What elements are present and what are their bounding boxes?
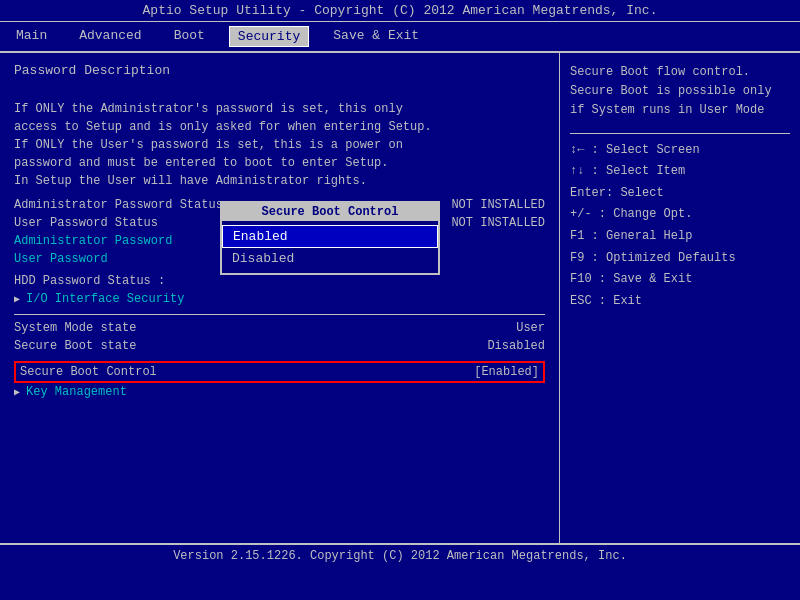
key-esc: ESC : Exit	[570, 291, 790, 313]
menu-item-main[interactable]: Main	[8, 26, 55, 47]
desc-line-4: password and must be entered to boot to …	[14, 154, 545, 172]
key-f9-label: F9	[570, 251, 584, 265]
hdd-password-row: HDD Password Status :	[14, 274, 545, 288]
key-management-item[interactable]: Key Management	[14, 385, 545, 399]
title-text: Aptio Setup Utility - Copyright (C) 2012…	[143, 3, 658, 18]
desc-line-1: If ONLY the Administrator's password is …	[14, 100, 545, 118]
popup-option-disabled[interactable]: Disabled	[222, 248, 438, 269]
key-f1-label: F1	[570, 229, 584, 243]
key-plus-minus: +/-	[570, 207, 592, 221]
divider-1	[14, 314, 545, 315]
right-divider	[570, 133, 790, 134]
user-status-label: User Password Status	[14, 216, 158, 230]
key-f1: F1 : General Help	[570, 226, 790, 248]
system-mode-row: System Mode state User	[14, 321, 545, 335]
password-section-title: Password Description	[14, 63, 545, 78]
title-bar: Aptio Setup Utility - Copyright (C) 2012…	[0, 0, 800, 22]
key-select-screen: ↕← : Select Screen	[570, 140, 790, 162]
right-panel: Secure Boot flow control. Secure Boot is…	[560, 53, 800, 543]
admin-status-label: Administrator Password Status	[14, 198, 223, 212]
popup-content: Enabled Disabled	[222, 221, 438, 273]
desc-line-3: If ONLY the User's password is set, this…	[14, 136, 545, 154]
help-text: Secure Boot flow control. Secure Boot is…	[570, 63, 790, 121]
key-f9: F9 : Optimized Defaults	[570, 248, 790, 270]
desc-line-2: access to Setup and is only asked for wh…	[14, 118, 545, 136]
desc-line-0	[14, 82, 545, 100]
key-enter-label: Enter	[570, 186, 606, 200]
help-line-2: if System runs in User Mode	[570, 101, 790, 120]
popup-overlay: Secure Boot Control Enabled Disabled	[220, 201, 440, 275]
secure-boot-control-value: [Enabled]	[474, 365, 539, 379]
main-content: Password Description If ONLY the Adminis…	[0, 53, 800, 543]
hdd-label: HDD Password Status :	[14, 274, 165, 288]
status-text: Version 2.15.1226. Copyright (C) 2012 Am…	[173, 549, 627, 563]
secure-boot-state-value: Disabled	[487, 339, 545, 353]
key-change-opt: +/- : Change Opt.	[570, 204, 790, 226]
key-help: ↕← : Select Screen ↑↓ : Select Item Ente…	[570, 140, 790, 313]
popup-box: Secure Boot Control Enabled Disabled	[220, 201, 440, 275]
popup-title: Secure Boot Control	[222, 203, 438, 221]
key-enter: Enter: Select	[570, 183, 790, 205]
secure-boot-control-label: Secure Boot Control	[20, 365, 157, 379]
password-description: If ONLY the Administrator's password is …	[14, 82, 545, 190]
popup-option-enabled[interactable]: Enabled	[222, 225, 438, 248]
key-arrow-screen: ↕←	[570, 143, 584, 157]
admin-status-value: NOT INSTALLED	[451, 198, 545, 212]
menu-item-boot[interactable]: Boot	[166, 26, 213, 47]
key-f10-label: F10	[570, 272, 592, 286]
left-panel: Password Description If ONLY the Adminis…	[0, 53, 560, 543]
menu-item-security[interactable]: Security	[229, 26, 309, 47]
key-arrow-item: ↑↓	[570, 164, 584, 178]
key-select-item: ↑↓ : Select Item	[570, 161, 790, 183]
io-security-item[interactable]: I/O Interface Security	[14, 292, 545, 306]
menu-item-save-exit[interactable]: Save & Exit	[325, 26, 427, 47]
system-mode-value: User	[516, 321, 545, 335]
help-line-0: Secure Boot flow control.	[570, 63, 790, 82]
secure-boot-state-row: Secure Boot state Disabled	[14, 339, 545, 353]
desc-line-5: In Setup the User will have Administrato…	[14, 172, 545, 190]
key-f10: F10 : Save & Exit	[570, 269, 790, 291]
key-esc-label: ESC	[570, 294, 592, 308]
user-status-value: NOT INSTALLED	[451, 216, 545, 230]
menu-bar: Main Advanced Boot Security Save & Exit	[0, 22, 800, 53]
status-bar: Version 2.15.1226. Copyright (C) 2012 Am…	[0, 543, 800, 567]
menu-item-advanced[interactable]: Advanced	[71, 26, 149, 47]
secure-boot-control-row[interactable]: Secure Boot Control [Enabled]	[14, 361, 545, 383]
help-line-1: Secure Boot is possible only	[570, 82, 790, 101]
secure-boot-state-label: Secure Boot state	[14, 339, 136, 353]
system-mode-label: System Mode state	[14, 321, 136, 335]
